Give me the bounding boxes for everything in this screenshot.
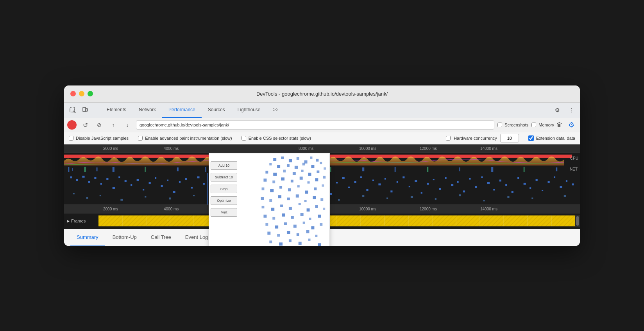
hw-concurrency-checkbox[interactable] xyxy=(446,136,451,141)
svg-rect-230 xyxy=(318,243,321,246)
svg-rect-78 xyxy=(409,186,410,187)
tab-bottom-up[interactable]: Bottom-Up xyxy=(106,229,143,246)
svg-rect-194 xyxy=(304,200,307,202)
toolbar-right: ⚙ ⋮ xyxy=(552,105,577,116)
bottom-ruler-14000: 14000 ms xyxy=(480,207,497,211)
svg-rect-123 xyxy=(459,194,461,196)
svg-rect-99 xyxy=(536,179,538,181)
record-button[interactable] xyxy=(67,120,77,130)
optimize-button[interactable]: Optimize xyxy=(211,196,237,205)
svg-rect-121 xyxy=(411,196,413,198)
hw-concurrency-input[interactable] xyxy=(500,134,519,142)
memory-icon: 🗑 xyxy=(556,121,563,128)
svg-rect-42 xyxy=(191,187,193,189)
svg-rect-201 xyxy=(299,203,301,205)
screenshots-checkbox[interactable] xyxy=(497,123,502,127)
melt-button[interactable]: Melt xyxy=(211,208,237,217)
svg-rect-188 xyxy=(322,184,324,187)
tab-lighthouse[interactable]: Lighthouse xyxy=(231,102,267,118)
top-toolbar: Elements Network Performance Sources Lig… xyxy=(64,103,580,118)
svg-rect-196 xyxy=(320,198,323,201)
clear-icon[interactable]: ⊘ xyxy=(94,119,105,130)
svg-rect-1 xyxy=(83,107,86,112)
more-menu-icon[interactable]: ⋮ xyxy=(566,105,577,116)
frames-label: ▶ Frames xyxy=(67,219,98,223)
svg-rect-162 xyxy=(302,162,305,165)
separator xyxy=(94,106,94,114)
download-icon[interactable]: ↓ xyxy=(122,119,133,130)
svg-rect-206 xyxy=(272,217,275,219)
add-10-button[interactable]: Add 10 xyxy=(211,161,237,170)
svg-rect-170 xyxy=(308,173,311,176)
svg-rect-77 xyxy=(402,176,404,178)
ruler-label-8000: 8000 ms xyxy=(299,146,313,151)
svg-rect-70 xyxy=(360,176,362,178)
tab-network[interactable]: Network xyxy=(132,102,162,118)
svg-rect-32 xyxy=(131,184,132,186)
tab-summary[interactable]: Summary xyxy=(70,229,105,246)
tab-call-tree[interactable]: Call Tree xyxy=(145,229,177,246)
minimize-button[interactable] xyxy=(79,91,84,96)
svg-rect-214 xyxy=(284,222,287,225)
svg-rect-191 xyxy=(278,195,281,198)
svg-rect-18 xyxy=(459,167,460,171)
upload-icon[interactable]: ↑ xyxy=(108,119,119,130)
ruler-label-14000: 14000 ms xyxy=(480,146,497,151)
svg-rect-154 xyxy=(297,157,299,160)
maximize-button[interactable] xyxy=(88,91,93,96)
devtools-window: DevTools - googlechrome.github.io/devtoo… xyxy=(64,85,580,246)
svg-rect-41 xyxy=(185,178,187,180)
svg-rect-172 xyxy=(324,167,326,169)
subtract-10-button[interactable]: Subtract 10 xyxy=(211,173,237,182)
settings-icon[interactable]: ⚙ xyxy=(552,105,563,116)
svg-rect-68 xyxy=(348,187,350,188)
svg-rect-105 xyxy=(572,183,574,185)
svg-rect-71 xyxy=(366,189,368,191)
svg-rect-165 xyxy=(265,171,268,173)
stop-button[interactable]: Stop xyxy=(211,185,237,193)
svg-rect-37 xyxy=(161,185,163,187)
top-ruler: 2000 ms 4000 ms 8000 ms 10000 ms 12000 m… xyxy=(64,144,580,153)
svg-rect-20 xyxy=(524,167,525,172)
tab-more[interactable]: >> xyxy=(267,102,285,118)
scrollbar-thumb[interactable] xyxy=(576,216,579,226)
device-icon[interactable] xyxy=(80,105,91,116)
svg-rect-190 xyxy=(269,199,272,202)
svg-rect-179 xyxy=(315,178,318,181)
svg-rect-174 xyxy=(272,180,275,183)
enable-paint-checkbox[interactable] xyxy=(138,136,143,141)
frames-triangle: ▶ xyxy=(67,219,70,223)
scrollbar[interactable] xyxy=(575,215,580,227)
tab-performance[interactable]: Performance xyxy=(162,102,202,118)
url-bar[interactable] xyxy=(136,120,494,130)
enable-css-row: Enable CSS selector stats (slow) xyxy=(242,136,311,141)
svg-rect-21 xyxy=(556,167,557,171)
svg-rect-86 xyxy=(457,181,458,183)
memory-checkbox[interactable] xyxy=(531,123,536,127)
svg-rect-171 xyxy=(317,170,319,173)
svg-rect-222 xyxy=(297,233,299,236)
svg-rect-122 xyxy=(435,198,436,200)
svg-rect-89 xyxy=(475,186,477,188)
ext-data-label: Extension data xyxy=(536,136,565,141)
ext-data-checkbox[interactable] xyxy=(528,135,534,141)
svg-rect-153 xyxy=(289,159,292,162)
svg-rect-175 xyxy=(281,177,284,180)
svg-rect-228 xyxy=(299,242,302,245)
tab-elements[interactable]: Elements xyxy=(100,102,132,118)
svg-rect-183 xyxy=(279,186,282,189)
reload-icon[interactable]: ↺ xyxy=(80,119,91,130)
svg-rect-163 xyxy=(311,165,314,168)
svg-rect-4 xyxy=(72,168,73,171)
svg-rect-169 xyxy=(301,169,304,172)
tab-sources[interactable]: Sources xyxy=(202,102,231,118)
inspect-icon[interactable] xyxy=(67,105,78,116)
svg-rect-106 xyxy=(73,193,75,194)
svg-rect-100 xyxy=(542,190,543,191)
enable-css-checkbox[interactable] xyxy=(242,136,246,141)
frames-text: Frames xyxy=(71,219,86,223)
perf-settings-icon[interactable]: ⚙ xyxy=(566,119,577,130)
close-button[interactable] xyxy=(70,91,76,96)
disable-js-checkbox[interactable] xyxy=(69,136,73,141)
svg-rect-229 xyxy=(308,238,311,241)
